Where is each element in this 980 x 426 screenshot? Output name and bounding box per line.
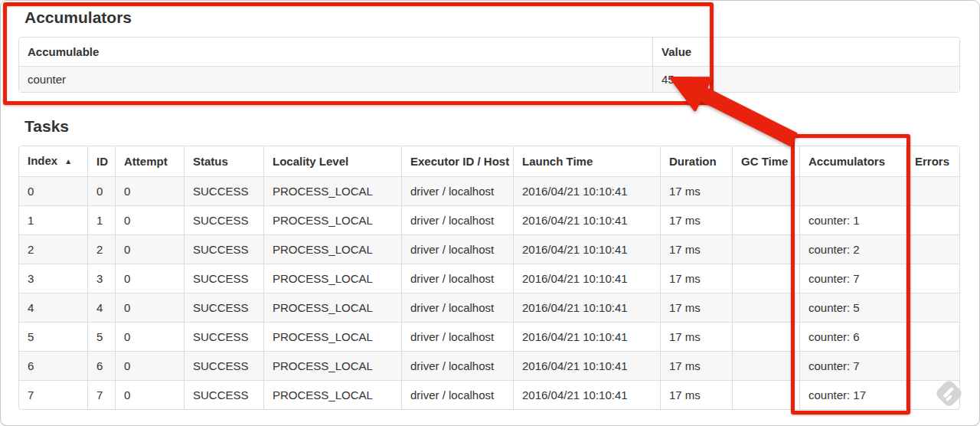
task-cell-executor_id_host: driver / localhost (401, 176, 513, 205)
task-cell-accumulators: counter: 2 (799, 234, 906, 264)
task-cell-duration: 17 ms (660, 264, 732, 293)
task-cell-attempt: 0 (115, 293, 184, 322)
tasks-column-header-launch_time[interactable]: Launch Time (513, 146, 660, 176)
task-cell-attempt: 0 (115, 205, 184, 234)
tasks-section-title: Tasks (24, 93, 959, 136)
task-cell-index: 6 (19, 351, 87, 380)
task-cell-duration: 17 ms (660, 205, 732, 234)
task-cell-id: 3 (87, 264, 115, 293)
accumulator-row: counter 45 (19, 66, 959, 92)
task-cell-id: 4 (87, 293, 115, 322)
task-row: 000SUCCESSPROCESS_LOCALdriver / localhos… (19, 176, 959, 205)
task-cell-errors (906, 293, 959, 322)
tasks-column-header-index[interactable]: Index▲ (19, 146, 87, 176)
task-cell-executor_id_host: driver / localhost (401, 322, 513, 351)
task-cell-launch_time: 2016/04/21 10:10:41 (513, 205, 660, 234)
task-cell-accumulators: counter: 6 (799, 322, 906, 351)
task-cell-duration: 17 ms (660, 176, 732, 205)
accumulable-column-header[interactable]: Accumulable (19, 38, 652, 66)
task-cell-accumulators: counter: 1 (799, 205, 906, 234)
task-cell-status: SUCCESS (184, 176, 263, 205)
tasks-table-body: 000SUCCESSPROCESS_LOCALdriver / localhos… (19, 176, 959, 409)
task-cell-index: 0 (19, 176, 87, 205)
task-cell-locality_level: PROCESS_LOCAL (263, 264, 401, 293)
task-cell-duration: 17 ms (660, 351, 732, 380)
sort-ascending-icon: ▲ (64, 157, 72, 165)
value-column-header[interactable]: Value (652, 38, 959, 66)
task-cell-launch_time: 2016/04/21 10:10:41 (513, 293, 660, 322)
tasks-column-header-status[interactable]: Status (184, 146, 263, 176)
task-cell-launch_time: 2016/04/21 10:10:41 (513, 322, 660, 351)
task-cell-launch_time: 2016/04/21 10:10:41 (513, 264, 660, 293)
accumulators-table: Accumulable Value counter 45 (18, 37, 960, 93)
task-cell-executor_id_host: driver / localhost (401, 293, 513, 322)
task-cell-status: SUCCESS (184, 205, 263, 234)
column-header-label: Accumulators (808, 155, 885, 168)
column-header-label: Launch Time (522, 155, 593, 168)
task-cell-errors (906, 380, 959, 409)
tasks-column-header-locality_level[interactable]: Locality Level (263, 146, 401, 176)
tasks-table: Index▲IDAttemptStatusLocality LevelExecu… (18, 146, 960, 410)
task-cell-id: 6 (87, 351, 115, 380)
column-header-label: Attempt (124, 155, 168, 168)
tasks-column-header-gc_time[interactable]: GC Time (732, 146, 799, 176)
column-header-label: Executor ID / Host (410, 155, 509, 168)
task-cell-id: 7 (87, 380, 115, 409)
tasks-column-header-accumulators[interactable]: Accumulators (799, 146, 906, 176)
task-cell-launch_time: 2016/04/21 10:10:41 (513, 351, 660, 380)
task-cell-accumulators: counter: 5 (799, 293, 906, 322)
task-cell-accumulators (799, 176, 906, 205)
task-cell-duration: 17 ms (660, 380, 732, 409)
task-cell-errors (906, 176, 959, 205)
task-row: 550SUCCESSPROCESS_LOCALdriver / localhos… (19, 322, 959, 351)
task-cell-errors (906, 234, 959, 264)
task-row: 440SUCCESSPROCESS_LOCALdriver / localhos… (19, 293, 959, 322)
tasks-column-header-id[interactable]: ID (87, 146, 115, 176)
column-header-label: Duration (669, 155, 717, 168)
column-header-label: Errors (915, 155, 949, 168)
task-cell-index: 2 (19, 234, 87, 264)
task-cell-executor_id_host: driver / localhost (401, 205, 513, 234)
task-cell-locality_level: PROCESS_LOCAL (263, 176, 401, 205)
task-cell-executor_id_host: driver / localhost (401, 234, 513, 264)
task-cell-attempt: 0 (115, 322, 184, 351)
tasks-column-header-duration[interactable]: Duration (660, 146, 732, 176)
task-cell-status: SUCCESS (184, 234, 263, 264)
page-frame: Accumulators Accumulable Value counter 4… (0, 0, 980, 426)
task-cell-launch_time: 2016/04/21 10:10:41 (513, 176, 660, 205)
task-cell-gc_time (732, 380, 799, 409)
task-cell-gc_time (732, 322, 799, 351)
task-cell-status: SUCCESS (184, 322, 263, 351)
task-cell-gc_time (732, 176, 799, 205)
task-cell-accumulators: counter: 7 (799, 264, 906, 293)
task-cell-launch_time: 2016/04/21 10:10:41 (513, 234, 660, 264)
task-cell-id: 5 (87, 322, 115, 351)
column-header-label: GC Time (741, 155, 788, 168)
task-cell-index: 3 (19, 264, 87, 293)
accumulators-section-title: Accumulators (24, 1, 959, 27)
task-cell-locality_level: PROCESS_LOCAL (263, 234, 401, 264)
task-cell-status: SUCCESS (184, 293, 263, 322)
task-cell-locality_level: PROCESS_LOCAL (263, 351, 401, 380)
task-cell-locality_level: PROCESS_LOCAL (263, 293, 401, 322)
tasks-column-header-attempt[interactable]: Attempt (115, 146, 184, 176)
task-cell-errors (906, 205, 959, 234)
task-row: 220SUCCESSPROCESS_LOCALdriver / localhos… (19, 234, 959, 264)
task-cell-gc_time (732, 264, 799, 293)
task-cell-accumulators: counter: 7 (799, 351, 906, 380)
column-header-label: Status (193, 155, 228, 168)
task-cell-gc_time (732, 205, 799, 234)
accumulable-name-cell: counter (19, 66, 652, 92)
task-cell-index: 1 (19, 205, 87, 234)
task-cell-errors (906, 264, 959, 293)
task-cell-id: 0 (87, 176, 115, 205)
task-cell-executor_id_host: driver / localhost (401, 351, 513, 380)
task-cell-executor_id_host: driver / localhost (401, 264, 513, 293)
tasks-column-header-errors[interactable]: Errors (906, 146, 959, 176)
column-header-label: Locality Level (273, 155, 348, 168)
task-cell-id: 1 (87, 205, 115, 234)
task-cell-gc_time (732, 351, 799, 380)
tasks-column-header-executor_id_host[interactable]: Executor ID / Host (401, 146, 513, 176)
column-header-label: Index (28, 154, 57, 167)
task-cell-status: SUCCESS (184, 264, 263, 293)
